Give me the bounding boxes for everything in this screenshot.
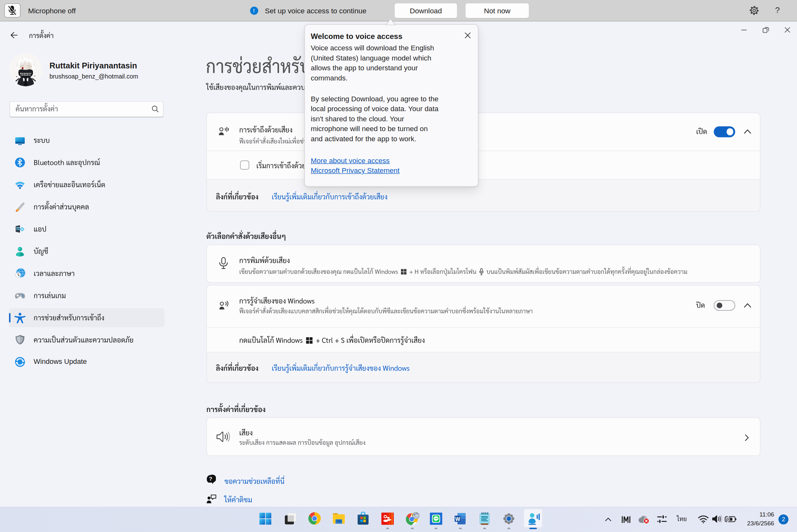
svg-text:LINE: LINE bbox=[434, 517, 438, 519]
svg-text:?: ? bbox=[209, 476, 212, 482]
svg-text:W: W bbox=[455, 516, 460, 522]
